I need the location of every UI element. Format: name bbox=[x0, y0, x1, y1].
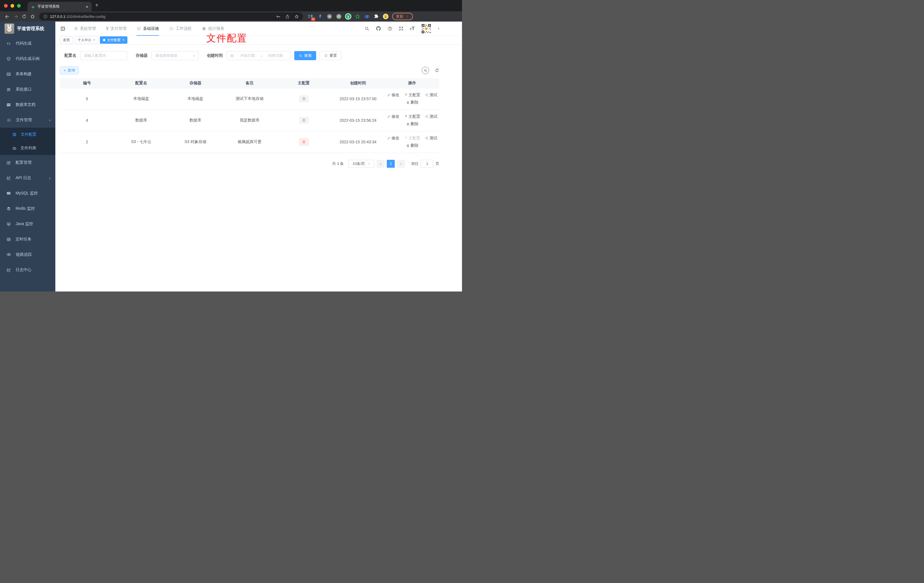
help-icon[interactable] bbox=[387, 26, 393, 31]
extension-kite-icon[interactable] bbox=[317, 13, 324, 20]
back-button[interactable] bbox=[3, 13, 12, 20]
trash-icon bbox=[406, 101, 410, 104]
extension-command-icon[interactable]: ⌘ bbox=[326, 13, 333, 20]
sidebar-item-config-management[interactable]: 配置管理 bbox=[0, 155, 55, 170]
page-1-button[interactable]: 1 bbox=[387, 160, 395, 168]
extension-dot-icon[interactable] bbox=[335, 13, 343, 20]
topnav-infrastructure[interactable]: 基础设施 bbox=[137, 21, 159, 35]
tab-close-icon[interactable]: × bbox=[86, 5, 88, 9]
sidebar-item-scheduled-tasks[interactable]: 定时任务 bbox=[0, 231, 55, 247]
sidebar-item-form-builder[interactable]: 表单构建 bbox=[0, 66, 55, 82]
chevron-down-icon: ∨ bbox=[368, 162, 370, 165]
topnav-workflow[interactable]: 工作流程 bbox=[169, 21, 191, 35]
col-id: 编号 bbox=[60, 78, 114, 88]
toggle-search-button[interactable] bbox=[422, 67, 429, 74]
reload-button[interactable] bbox=[20, 13, 28, 20]
extension-eye-icon[interactable] bbox=[363, 13, 371, 20]
search-icon[interactable] bbox=[365, 26, 370, 31]
prev-page-button[interactable]: ‹ bbox=[376, 160, 384, 168]
delete-action[interactable]: 删除 bbox=[406, 122, 419, 127]
tab-favicon-leaf-icon bbox=[31, 5, 35, 9]
end-date-placeholder[interactable]: 结束日期 bbox=[263, 53, 288, 58]
window-close-button[interactable] bbox=[4, 4, 8, 8]
next-page-button[interactable]: › bbox=[397, 160, 405, 168]
sidebar-item-code-generation[interactable]: 代码生成 bbox=[0, 36, 55, 51]
window-zoom-button[interactable] bbox=[17, 4, 21, 8]
sidebar-item-database-doc[interactable]: 数据库文档 bbox=[0, 97, 55, 112]
filter-name-input[interactable]: 请输入配置名 bbox=[80, 51, 127, 60]
url-bar[interactable]: 127.0.0.1:1024/infra/file/file-config bbox=[39, 13, 303, 20]
page-size-select[interactable]: 10条/页∨ bbox=[348, 160, 374, 168]
delete-action[interactable]: 删除 bbox=[406, 100, 419, 105]
filter-storage-select[interactable]: 请选择存储器∨ bbox=[152, 51, 198, 60]
bookmark-star-icon[interactable] bbox=[294, 14, 299, 19]
browser-menu-kebab-icon[interactable]: ⋮ bbox=[406, 15, 409, 19]
refresh-table-icon[interactable] bbox=[435, 68, 439, 73]
sidebar-item-api-log[interactable]: API 日志∨ bbox=[0, 170, 55, 186]
extensions-puzzle-icon[interactable] bbox=[373, 13, 380, 20]
start-date-placeholder[interactable]: 开始日期 bbox=[235, 53, 260, 58]
pencil-icon bbox=[387, 93, 391, 97]
page-unit-label: 页 bbox=[436, 161, 439, 166]
sidebar-item-file-list[interactable]: 文件列表 bbox=[0, 141, 55, 155]
topnav-system[interactable]: ⚙系统管理 bbox=[74, 21, 96, 35]
edit-action[interactable]: 修改 bbox=[387, 135, 399, 141]
test-action[interactable]: 测试 bbox=[425, 135, 437, 141]
sidebar-item-file-management[interactable]: 文件管理∧ bbox=[0, 112, 55, 128]
add-button[interactable]: +新增 bbox=[60, 66, 79, 74]
tags-bar: 首页 个人中心× 文件配置× bbox=[55, 36, 462, 44]
topnav-payment[interactable]: ¥支付管理 bbox=[106, 21, 126, 35]
close-icon[interactable]: × bbox=[93, 38, 95, 42]
close-icon[interactable]: × bbox=[122, 38, 124, 42]
github-icon[interactable] bbox=[376, 26, 381, 31]
filter-daterange-input[interactable]: 开始日期 - 结束日期 bbox=[227, 51, 291, 60]
reset-button[interactable]: 重置 bbox=[320, 51, 342, 60]
sidebar-fold-icon[interactable] bbox=[60, 26, 66, 31]
tab-title: 芋道管理系统 bbox=[38, 4, 59, 9]
edit-action[interactable]: 修改 bbox=[387, 92, 399, 97]
new-tab-button[interactable]: + bbox=[95, 2, 99, 8]
browser-tab[interactable]: 芋道管理系统 × bbox=[28, 2, 92, 12]
sidebar-item-mysql-monitor[interactable]: MySQL 监控 bbox=[0, 186, 55, 201]
window-minimize-button[interactable] bbox=[10, 4, 14, 8]
sidebar-item-trace[interactable]: 链路追踪 bbox=[0, 247, 55, 262]
master-action[interactable]: 主配置 bbox=[404, 114, 421, 119]
calendar-icon bbox=[230, 54, 234, 58]
tag-file-config[interactable]: 文件配置× bbox=[100, 36, 127, 44]
sidebar-item-code-generation-example[interactable]: 代码生成示例 bbox=[0, 51, 55, 66]
master-action[interactable]: 主配置 bbox=[404, 92, 421, 97]
col-name: 配置名 bbox=[114, 78, 168, 88]
sidebar-item-redis-monitor[interactable]: Redis 监控 bbox=[0, 201, 55, 216]
update-button[interactable]: 更新 ⋮ bbox=[392, 13, 413, 20]
header-right-icons: TT ▾ bbox=[365, 23, 439, 34]
edit-action[interactable]: 修改 bbox=[387, 114, 399, 119]
password-key-icon[interactable] bbox=[276, 14, 280, 19]
font-size-icon[interactable]: TT bbox=[410, 26, 414, 31]
main-area: ⚙系统管理 ¥支付管理 基础设施 工作流程 统计报表 TT ▾ bbox=[55, 21, 462, 292]
extension-y-icon[interactable]: y bbox=[345, 13, 352, 20]
extension-star-icon[interactable] bbox=[354, 13, 361, 20]
profile-emoji-icon[interactable] bbox=[382, 13, 389, 20]
tag-profile[interactable]: 个人中心× bbox=[75, 36, 98, 44]
sidebar-item-file-config[interactable]: ⚙文件配置 bbox=[0, 128, 55, 141]
tag-home[interactable]: 首页 bbox=[60, 36, 73, 44]
extension-diamond-icon[interactable]: 11 bbox=[307, 13, 314, 20]
forward-button[interactable] bbox=[12, 13, 20, 20]
trash-icon bbox=[406, 122, 410, 126]
test-action[interactable]: 测试 bbox=[425, 114, 437, 119]
sidebar-item-log-center[interactable]: 日志中心 bbox=[0, 262, 55, 277]
search-button[interactable]: 搜索 bbox=[294, 51, 316, 60]
home-button[interactable] bbox=[28, 13, 37, 20]
delete-action[interactable]: 删除 bbox=[406, 143, 419, 148]
caret-down-icon[interactable]: ▾ bbox=[438, 27, 439, 30]
site-info-icon[interactable] bbox=[43, 14, 48, 19]
sidebar-item-system-api[interactable]: 系统接口 bbox=[0, 82, 55, 97]
goto-page-input[interactable]: 1 bbox=[421, 160, 433, 168]
avatar-qr[interactable] bbox=[421, 23, 432, 34]
fullscreen-icon[interactable] bbox=[399, 26, 404, 31]
briefcase-icon bbox=[169, 26, 174, 31]
sidebar-item-java-monitor[interactable]: Java 监控 bbox=[0, 216, 55, 231]
share-icon[interactable] bbox=[285, 14, 290, 19]
refresh-icon bbox=[324, 54, 328, 58]
test-action[interactable]: 测试 bbox=[425, 92, 437, 97]
